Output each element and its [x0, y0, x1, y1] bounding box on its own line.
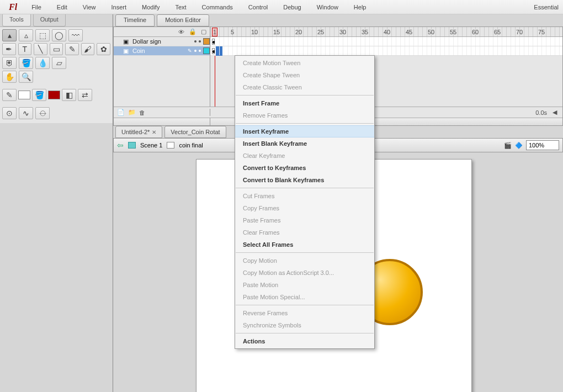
snap-tool-icon[interactable]: ⊙ — [2, 107, 17, 119]
tab-motion-editor[interactable]: Motion Editor — [157, 14, 209, 27]
menu-window[interactable]: Window — [309, 2, 346, 13]
ctx-select-all-frames[interactable]: Select All Frames — [235, 239, 374, 251]
menu-modify[interactable]: Modify — [134, 2, 167, 13]
ctx-paste-motion-special[interactable]: Paste Motion Special... — [235, 291, 374, 303]
subselection-tool-icon[interactable]: ▵ — [19, 29, 33, 41]
straighten-tool-icon[interactable]: ⦵ — [35, 107, 50, 119]
ctx-synchronize-symbols[interactable]: Synchronize Symbols — [235, 319, 374, 331]
menu-file[interactable]: File — [24, 2, 49, 13]
layer-name: Coin — [132, 47, 145, 54]
layer-name: Dollar sign — [132, 38, 161, 45]
outline-swatch[interactable] — [203, 47, 210, 54]
layer-row[interactable]: ▣ Coin ✎ — [114, 46, 210, 56]
new-layer-icon[interactable]: 📄 — [117, 109, 125, 116]
ctx-clear-keyframe[interactable]: Clear Keyframe — [235, 150, 374, 162]
ctx-create-motion-tween[interactable]: Create Motion Tween — [235, 57, 374, 69]
tab-timeline[interactable]: Timeline — [115, 14, 155, 27]
paint-bucket-tool-icon[interactable]: 🪣 — [19, 57, 33, 69]
line-tool-icon[interactable]: ╲ — [34, 43, 47, 55]
selection-tool-icon[interactable]: ▴ — [2, 29, 17, 41]
symbol-name[interactable]: coin final — [179, 142, 203, 149]
ctx-create-classic-tween[interactable]: Create Classic Tween — [235, 81, 374, 93]
back-arrow-icon[interactable]: ⇦ — [117, 141, 124, 150]
ctx-insert-keyframe[interactable]: Insert Keyframe — [235, 125, 374, 137]
stroke-color-swatch[interactable] — [18, 91, 30, 99]
menu-edit[interactable]: Edit — [49, 2, 75, 13]
stroke-color-tool-icon[interactable]: ✎ — [2, 89, 17, 101]
frame-ruler[interactable]: 1 5 10 15 20 25 30 35 40 45 50 55 60 65 — [210, 27, 562, 37]
outline-swatch[interactable] — [203, 38, 210, 45]
doc-tab[interactable]: Vector_Coin Rotat — [164, 126, 226, 138]
rectangle-tool-icon[interactable]: ▭ — [50, 43, 63, 55]
menu-commands[interactable]: Commands — [194, 2, 241, 13]
ctx-cut-frames[interactable]: Cut Frames — [235, 190, 374, 202]
layer-icon: ▣ — [121, 38, 130, 45]
ctx-copy-motion-as[interactable]: Copy Motion as ActionScript 3.0... — [235, 267, 374, 279]
3d-rotation-tool-icon[interactable]: ◯ — [52, 29, 66, 41]
scene-name[interactable]: Scene 1 — [140, 142, 162, 149]
ctx-clear-frames[interactable]: Clear Frames — [235, 226, 374, 239]
menu-help[interactable]: Help — [346, 2, 374, 13]
lock-dot-icon[interactable] — [199, 50, 201, 52]
eraser-tool-icon[interactable]: ▱ — [52, 57, 66, 69]
keyframe-icon[interactable] — [212, 39, 215, 45]
fill-color-tool-icon[interactable]: 🪣 — [32, 89, 46, 101]
ctx-copy-frames[interactable]: Copy Frames — [235, 202, 374, 214]
close-icon[interactable]: ✕ — [152, 129, 156, 135]
lock-icon[interactable]: 🔒 — [189, 28, 196, 35]
tab-output[interactable]: Output — [33, 14, 66, 27]
tab-tools[interactable]: Tools — [2, 14, 31, 27]
zoom-field[interactable]: 100% — [526, 140, 559, 150]
lock-dot-icon[interactable] — [199, 40, 201, 43]
menu-view[interactable]: View — [75, 2, 104, 13]
lasso-tool-icon[interactable]: 〰 — [68, 29, 83, 41]
swap-colors-icon[interactable]: ⇄ — [78, 89, 92, 101]
pen-tool-icon[interactable]: ✒ — [2, 43, 16, 55]
eye-icon[interactable]: 👁 — [178, 29, 184, 35]
layer-icon: ▣ — [121, 47, 130, 55]
menu-debug[interactable]: Debug — [275, 2, 309, 13]
eye-dot-icon[interactable] — [194, 40, 196, 43]
selected-frame[interactable] — [216, 46, 222, 56]
brush-tool-icon[interactable]: 🖌 — [81, 43, 95, 55]
smooth-tool-icon[interactable]: ∿ — [19, 107, 33, 119]
ctx-insert-frame[interactable]: Insert Frame — [235, 97, 374, 109]
ctx-insert-blank-keyframe[interactable]: Insert Blank Keyframe — [235, 137, 374, 150]
frame-track[interactable] — [210, 46, 562, 56]
ctx-convert-to-keyframes[interactable]: Convert to Keyframes — [235, 162, 374, 174]
ctx-actions[interactable]: Actions — [235, 335, 374, 347]
menu-insert[interactable]: Insert — [103, 2, 134, 13]
text-tool-icon[interactable]: T — [18, 43, 32, 55]
fill-color-swatch[interactable] — [48, 91, 60, 99]
ctx-copy-motion[interactable]: Copy Motion — [235, 255, 374, 267]
ctx-create-shape-tween[interactable]: Create Shape Tween — [235, 69, 374, 81]
menu-text[interactable]: Text — [167, 2, 194, 13]
eyedropper-tool-icon[interactable]: 💧 — [35, 57, 50, 69]
timeline-scroll-left-icon[interactable]: ◀ — [553, 109, 557, 116]
zoom-tool-icon[interactable]: 🔍 — [19, 71, 33, 83]
ctx-paste-motion[interactable]: Paste Motion — [235, 279, 374, 291]
ctx-reverse-frames[interactable]: Reverse Frames — [235, 307, 374, 319]
app-logo: Fl — [2, 2, 24, 12]
new-folder-icon[interactable]: 📁 — [128, 109, 136, 116]
deco-tool-icon[interactable]: ✿ — [97, 43, 110, 55]
pencil-tool-icon[interactable]: ✎ — [65, 43, 79, 55]
workspace-switcher[interactable]: Essential — [534, 4, 563, 10]
outline-icon[interactable]: ▢ — [201, 28, 206, 35]
ctx-remove-frames[interactable]: Remove Frames — [235, 109, 374, 121]
free-transform-tool-icon[interactable]: ⬚ — [35, 29, 50, 41]
eye-dot-icon[interactable] — [194, 50, 196, 52]
keyframe-icon[interactable] — [212, 48, 215, 54]
layer-row[interactable]: ▣ Dollar sign — [114, 37, 210, 46]
edit-symbol-icon[interactable]: 🔷 — [515, 142, 523, 149]
ctx-paste-frames[interactable]: Paste Frames — [235, 214, 374, 226]
hand-tool-icon[interactable]: ✋ — [2, 71, 17, 83]
ctx-convert-to-blank-keyframes[interactable]: Convert to Blank Keyframes — [235, 174, 374, 186]
doc-tab[interactable]: Untitled-2*✕ — [115, 126, 162, 138]
bone-tool-icon[interactable]: ⛨ — [2, 57, 17, 69]
menu-control[interactable]: Control — [241, 2, 275, 13]
black-white-icon[interactable]: ◧ — [62, 89, 76, 101]
frame-track[interactable] — [210, 37, 562, 46]
delete-layer-icon[interactable]: 🗑 — [139, 109, 145, 116]
edit-scene-icon[interactable]: 🎬 — [504, 142, 512, 149]
